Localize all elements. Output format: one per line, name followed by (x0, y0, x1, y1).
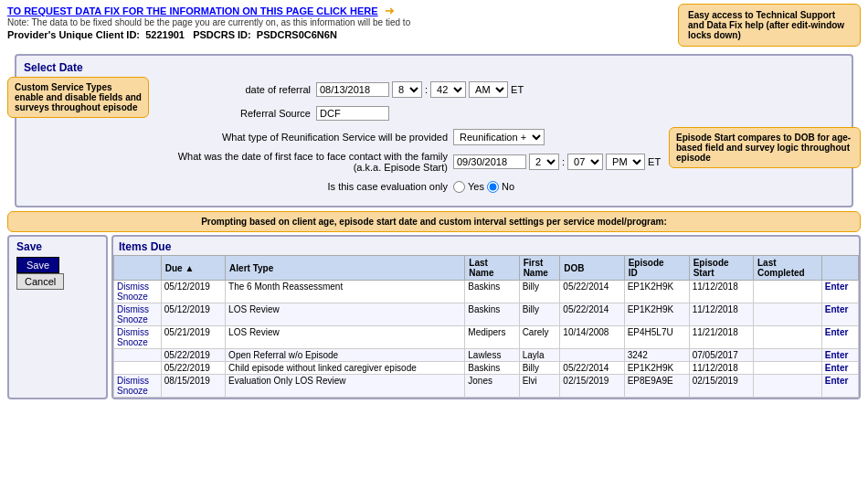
dismiss-link[interactable]: Dismiss (117, 376, 158, 386)
referral-source-label: Referral Source (170, 108, 316, 119)
cell-dob: 02/15/2019 (560, 375, 624, 398)
cell-alert-type: LOS Review (226, 326, 465, 349)
snooze-link[interactable]: Snooze (117, 314, 158, 324)
cell-episode-start: 11/12/2018 (689, 281, 753, 303)
cell-episode-id: EP1K2H9K (624, 362, 689, 375)
snooze-link[interactable]: Snooze (117, 337, 158, 347)
minute-select[interactable]: 42 (430, 81, 466, 98)
prompting-callout: Prompting based on client age, episode s… (7, 211, 861, 232)
col-last-name[interactable]: LastName (465, 256, 519, 281)
episode-start-label: What was the date of first face to face … (170, 151, 453, 173)
table-row: DismissSnooze 08/15/2019 Evaluation Only… (114, 375, 859, 398)
col-episode-start[interactable]: EpisodeStart (689, 256, 753, 281)
cell-alert-type: LOS Review (226, 303, 465, 326)
referral-source-input[interactable] (316, 106, 389, 121)
hour-select[interactable]: 8 (392, 81, 422, 98)
cell-enter[interactable]: Enter (821, 303, 858, 326)
col-alert-type[interactable]: Alert Type (226, 256, 465, 281)
save-button[interactable]: Save (16, 257, 59, 273)
arrow-right-icon: ➜ (385, 4, 395, 17)
table-row: 05/22/2019 Child episode without linked … (114, 362, 859, 375)
cell-enter[interactable]: Enter (821, 375, 858, 398)
cell-due: 05/22/2019 (161, 362, 225, 375)
cell-dob: 10/14/2008 (560, 326, 624, 349)
col-dismiss (114, 256, 162, 281)
episode-ampm-select[interactable]: AMPM (606, 154, 645, 170)
cell-first-name: Carely (519, 326, 560, 349)
cell-due: 08/15/2019 (161, 375, 225, 398)
table-row: 05/22/2019 Open Referral w/o Episode Law… (114, 349, 859, 362)
cell-episode-id: EP8E9A9E (624, 375, 689, 398)
col-due[interactable]: Due ▲ (161, 256, 225, 281)
yes-label: Yes (468, 181, 484, 192)
left-callout: Custom Service Types enable and disable … (7, 77, 149, 118)
episode-minute-select[interactable]: 07 (567, 154, 603, 170)
top-note: Note: The data to be fixed should be the… (7, 17, 410, 27)
reunification-select[interactable]: Reunification + (453, 129, 545, 145)
cell-enter[interactable]: Enter (821, 349, 858, 362)
cell-episode-start: 11/12/2018 (689, 362, 753, 375)
cell-dismiss (114, 362, 162, 375)
cell-first-name: Billy (519, 303, 560, 326)
cell-last-completed (754, 326, 822, 349)
cell-enter[interactable]: Enter (821, 326, 858, 349)
cell-last-completed (754, 303, 822, 326)
cell-dismiss: DismissSnooze (114, 375, 162, 398)
cell-last-completed (754, 349, 822, 362)
dismiss-link[interactable]: Dismiss (117, 327, 158, 337)
cell-episode-id: 3242 (624, 349, 689, 362)
table-row: DismissSnooze 05/12/2019 The 6 Month Rea… (114, 281, 859, 303)
yes-radio[interactable] (453, 181, 465, 193)
cell-last-completed (754, 281, 822, 303)
cell-dismiss: DismissSnooze (114, 281, 162, 303)
cell-alert-type: The 6 Month Reassessment (226, 281, 465, 303)
cell-dismiss: DismissSnooze (114, 303, 162, 326)
cell-enter[interactable]: Enter (821, 362, 858, 375)
cell-dismiss (114, 349, 162, 362)
no-radio[interactable] (487, 181, 499, 193)
reunification-label: What type of Reunification Service will … (170, 132, 453, 143)
snooze-link[interactable]: Snooze (117, 386, 158, 396)
cell-alert-type: Evaluation Only LOS Review (226, 375, 465, 398)
cell-due: 05/22/2019 (161, 349, 225, 362)
col-enter (821, 256, 858, 281)
ampm-select[interactable]: AM (469, 81, 508, 98)
dismiss-link[interactable]: Dismiss (117, 282, 158, 292)
cell-first-name: Billy (519, 362, 560, 375)
cell-dismiss: DismissSnooze (114, 326, 162, 349)
select-date-title: Select Date (24, 61, 844, 74)
cell-dob: 05/22/2014 (560, 362, 624, 375)
cell-episode-id: EP4H5L7U (624, 326, 689, 349)
cell-episode-start: 11/12/2018 (689, 303, 753, 326)
cell-alert-type: Child episode without linked caregiver e… (226, 362, 465, 375)
episode-start-date-input[interactable] (453, 154, 526, 169)
cell-episode-start: 02/15/2019 (689, 375, 753, 398)
col-dob[interactable]: DOB (560, 256, 624, 281)
cell-episode-start: 07/05/2017 (689, 349, 753, 362)
top-right-callout: Easy access to Technical Support and Dat… (678, 4, 861, 47)
snooze-link[interactable]: Snooze (117, 292, 158, 302)
table-row: DismissSnooze 05/21/2019 LOS Review Medi… (114, 326, 859, 349)
col-last-completed[interactable]: LastCompleted (754, 256, 822, 281)
cell-enter[interactable]: Enter (821, 281, 858, 303)
cell-dob (560, 349, 624, 362)
col-first-name[interactable]: FirstName (519, 256, 560, 281)
no-label: No (502, 181, 514, 192)
cell-last-name: Medipers (465, 326, 519, 349)
date-of-referral-label: date of referral (170, 84, 316, 95)
cell-alert-type: Open Referral w/o Episode (226, 349, 465, 362)
episode-hour-select[interactable]: 2 (529, 154, 559, 170)
table-row: DismissSnooze 05/12/2019 LOS Review Bask… (114, 303, 859, 326)
cell-due: 05/21/2019 (161, 326, 225, 349)
col-episode-id[interactable]: EpisodeID (624, 256, 689, 281)
cancel-button[interactable]: Cancel (16, 273, 64, 290)
cell-last-name: Baskins (465, 362, 519, 375)
dismiss-link[interactable]: Dismiss (117, 304, 158, 314)
provider-info: Provider's Unique Client ID: 5221901 PSD… (7, 29, 410, 40)
items-due-title: Items Due (113, 237, 859, 255)
cell-last-name: Lawless (465, 349, 519, 362)
save-section-title: Save (16, 240, 99, 253)
data-fix-link[interactable]: TO REQUEST DATA FIX FOR THE INFORMATION … (7, 5, 378, 16)
date-of-referral-input[interactable] (316, 82, 389, 97)
cell-dob: 05/22/2014 (560, 281, 624, 303)
